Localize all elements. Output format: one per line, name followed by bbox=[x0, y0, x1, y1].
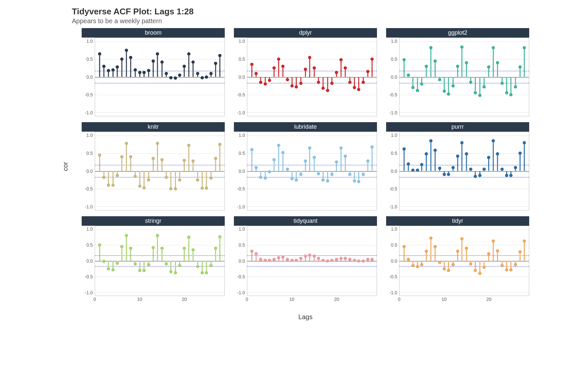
acf-stem bbox=[108, 171, 109, 185]
acf-point bbox=[518, 250, 522, 253]
acf-point bbox=[205, 187, 208, 190]
acf-point bbox=[500, 168, 504, 171]
x-tick: 10 bbox=[137, 297, 142, 302]
y-axis-label-cell: cor bbox=[59, 28, 73, 304]
acf-point bbox=[344, 155, 347, 158]
acf-point bbox=[160, 158, 164, 161]
acf-stem bbox=[184, 248, 185, 261]
acf-stem bbox=[188, 237, 189, 261]
acf-point bbox=[107, 184, 110, 187]
acf-point bbox=[286, 78, 289, 81]
y-tick: -1.0 bbox=[237, 204, 245, 209]
zero-line bbox=[95, 261, 224, 261]
acf-point bbox=[469, 262, 472, 266]
acf-stem bbox=[251, 64, 252, 77]
x-tick: 20 bbox=[182, 297, 187, 302]
plot-area bbox=[399, 38, 529, 116]
acf-point bbox=[523, 239, 526, 243]
acf-point bbox=[443, 267, 446, 270]
acf-stem bbox=[493, 48, 494, 77]
acf-point bbox=[272, 158, 276, 161]
acf-stem bbox=[426, 154, 427, 171]
acf-point bbox=[272, 258, 276, 261]
acf-point bbox=[451, 263, 455, 266]
acf-point bbox=[420, 82, 423, 86]
acf-point bbox=[370, 57, 374, 61]
acf-stem bbox=[220, 56, 220, 77]
acf-stem bbox=[215, 248, 216, 261]
acf-point bbox=[469, 168, 472, 171]
acf-stem bbox=[444, 77, 445, 91]
acf-point bbox=[107, 69, 110, 72]
x-axis-label: Lags bbox=[82, 310, 529, 323]
acf-point bbox=[492, 139, 495, 142]
y-tick: 0.0 bbox=[239, 74, 245, 80]
acf-point bbox=[514, 166, 517, 169]
acf-point bbox=[443, 173, 446, 176]
acf-point bbox=[460, 141, 464, 144]
acf-point bbox=[429, 237, 433, 240]
acf-point bbox=[330, 173, 334, 176]
y-tick: -0.5 bbox=[389, 92, 397, 97]
confidence-line bbox=[400, 177, 529, 177]
x-tick: 0 bbox=[398, 297, 400, 302]
acf-point bbox=[142, 269, 146, 272]
acf-point bbox=[250, 63, 253, 66]
confidence-line bbox=[400, 71, 529, 71]
acf-point bbox=[321, 178, 325, 182]
x-tick: 20 bbox=[486, 297, 492, 302]
acf-point bbox=[420, 263, 423, 266]
facet-strip: knitr bbox=[82, 122, 225, 132]
acf-stem bbox=[157, 236, 158, 261]
acf-point bbox=[120, 245, 123, 248]
acf-point bbox=[272, 66, 276, 70]
acf-point bbox=[191, 159, 195, 163]
acf-point bbox=[201, 187, 204, 190]
acf-point bbox=[313, 254, 316, 258]
y-axis: -1.0-0.50.00.51.0 bbox=[234, 226, 247, 296]
acf-point bbox=[250, 148, 253, 151]
y-tick: -0.5 bbox=[85, 186, 93, 191]
x-axis: 01020 bbox=[95, 296, 225, 304]
acf-point bbox=[187, 144, 190, 147]
acf-point bbox=[264, 82, 267, 86]
acf-stem bbox=[251, 150, 252, 171]
acf-point bbox=[138, 71, 141, 74]
acf-point bbox=[402, 58, 406, 61]
acf-point bbox=[205, 271, 208, 274]
acf-point bbox=[268, 79, 271, 82]
acf-point bbox=[416, 169, 419, 172]
y-axis: -1.0-0.50.00.51.0 bbox=[386, 226, 399, 296]
confidence-line bbox=[95, 165, 224, 165]
acf-point bbox=[348, 173, 351, 176]
acf-stem bbox=[175, 171, 176, 189]
acf-stem bbox=[435, 247, 436, 261]
acf-point bbox=[259, 176, 262, 179]
confidence-line bbox=[400, 165, 529, 165]
acf-point bbox=[169, 76, 172, 79]
facet-strip: broom bbox=[82, 28, 225, 38]
acf-point bbox=[264, 176, 267, 180]
acf-point bbox=[425, 250, 428, 253]
chart-subtitle: Appears to be a weekly pattern bbox=[72, 17, 529, 25]
facet-strip: dplyr bbox=[234, 28, 377, 38]
y-tick: 1.0 bbox=[239, 226, 245, 232]
acf-stem bbox=[493, 141, 494, 171]
acf-point bbox=[407, 162, 410, 166]
acf-point bbox=[438, 261, 441, 264]
y-tick: 0.0 bbox=[87, 258, 93, 264]
acf-point bbox=[407, 258, 410, 261]
acf-point bbox=[165, 262, 168, 266]
acf-stem bbox=[121, 157, 122, 171]
y-tick: -1.0 bbox=[237, 110, 245, 115]
acf-point bbox=[344, 66, 347, 70]
acf-point bbox=[433, 59, 437, 63]
acf-point bbox=[183, 65, 186, 68]
y-tick: 1.0 bbox=[391, 133, 397, 138]
acf-stem bbox=[193, 250, 194, 261]
acf-point bbox=[420, 163, 423, 166]
acf-point bbox=[308, 146, 311, 150]
acf-point bbox=[478, 174, 482, 177]
acf-stem bbox=[466, 154, 467, 171]
acf-point bbox=[438, 167, 441, 170]
